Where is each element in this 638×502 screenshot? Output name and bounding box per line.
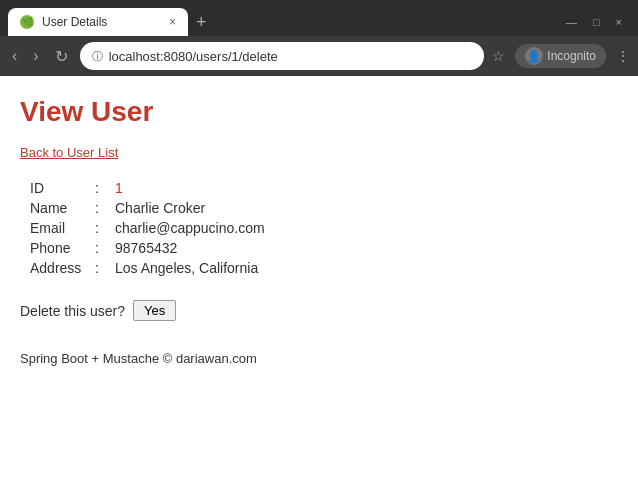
new-tab-button[interactable]: + — [188, 12, 215, 33]
id-label: ID — [30, 180, 95, 196]
browser-toolbar: ‹ › ↻ ⓘ localhost:8080/users/1/delete ☆ … — [0, 36, 638, 76]
id-value: 1 — [115, 180, 123, 196]
lock-icon: ⓘ — [92, 49, 103, 64]
incognito-button[interactable]: 👤 Incognito — [515, 44, 606, 68]
page-content: View User Back to User List ID : 1 Name … — [0, 76, 638, 502]
address-label: Address — [30, 260, 95, 276]
incognito-icon: 👤 — [525, 47, 543, 65]
email-value: charlie@cappucino.com — [115, 220, 265, 236]
page-title: View User — [20, 96, 618, 128]
name-label: Name — [30, 200, 95, 216]
phone-row: Phone : 98765432 — [30, 240, 618, 256]
active-tab[interactable]: 🌿 User Details × — [8, 8, 188, 36]
delete-section: Delete this user? Yes — [20, 300, 618, 321]
delete-prompt: Delete this user? — [20, 303, 125, 319]
id-row: ID : 1 — [30, 180, 618, 196]
address-value: Los Angeles, California — [115, 260, 258, 276]
id-separator: : — [95, 180, 115, 196]
name-row: Name : Charlie Croker — [30, 200, 618, 216]
minimize-button[interactable]: — — [566, 16, 577, 28]
toolbar-right: ☆ 👤 Incognito ⋮ — [492, 44, 630, 68]
user-details-table: ID : 1 Name : Charlie Croker Email : cha… — [30, 180, 618, 276]
bookmark-icon[interactable]: ☆ — [492, 48, 505, 64]
browser-window: 🌿 User Details × + — □ × ‹ › ↻ ⓘ localho… — [0, 0, 638, 502]
tab-favicon: 🌿 — [20, 15, 34, 29]
phone-value: 98765432 — [115, 240, 177, 256]
yes-button[interactable]: Yes — [133, 300, 176, 321]
tab-bar: 🌿 User Details × + — □ × — [0, 0, 638, 36]
close-button[interactable]: × — [616, 16, 622, 28]
address-row: Address : Los Angeles, California — [30, 260, 618, 276]
name-separator: : — [95, 200, 115, 216]
phone-separator: : — [95, 240, 115, 256]
address-bar[interactable]: ⓘ localhost:8080/users/1/delete — [80, 42, 485, 70]
address-separator: : — [95, 260, 115, 276]
refresh-button[interactable]: ↻ — [51, 45, 72, 68]
email-separator: : — [95, 220, 115, 236]
email-row: Email : charlie@cappucino.com — [30, 220, 618, 236]
footer: Spring Boot + Mustache © dariawan.com — [20, 351, 618, 366]
name-value: Charlie Croker — [115, 200, 205, 216]
phone-label: Phone — [30, 240, 95, 256]
menu-button[interactable]: ⋮ — [616, 48, 630, 64]
footer-text: Spring Boot + Mustache © dariawan.com — [20, 351, 257, 366]
maximize-button[interactable]: □ — [593, 16, 600, 28]
incognito-label: Incognito — [547, 49, 596, 63]
tab-title: User Details — [42, 15, 107, 29]
tab-close-button[interactable]: × — [169, 15, 176, 29]
back-to-user-list-link[interactable]: Back to User List — [20, 145, 118, 160]
email-label: Email — [30, 220, 95, 236]
back-button[interactable]: ‹ — [8, 45, 21, 67]
forward-button[interactable]: › — [29, 45, 42, 67]
url-text: localhost:8080/users/1/delete — [109, 49, 473, 64]
window-controls: — □ × — [566, 16, 630, 28]
